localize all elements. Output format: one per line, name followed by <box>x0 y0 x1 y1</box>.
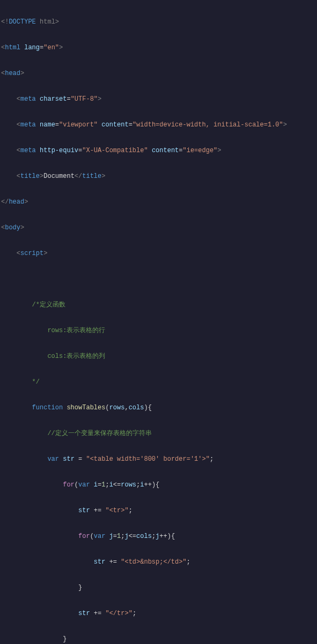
code-line: <meta http-equiv="X-UA-Compatible" conte… <box>1 143 317 159</box>
code-line: /*定义函数 <box>1 297 317 313</box>
code-line: } <box>1 580 317 596</box>
code-line: var str = "<table width='800' border='1'… <box>1 451 317 467</box>
code-line: <!DOCTYPE html> <box>1 14 317 30</box>
code-line: </head> <box>1 194 317 210</box>
code-line: <html lang="en"> <box>1 40 317 56</box>
code-line: cols:表示表格的列 <box>1 348 317 364</box>
code-line: <meta charset="UTF-8"> <box>1 91 317 107</box>
code-line: <body> <box>1 220 317 236</box>
code-editor-content: <!DOCTYPE html> <html lang="en"> <head> … <box>0 0 317 644</box>
code-line: */ <box>1 374 317 390</box>
code-line: } <box>1 631 317 644</box>
code-line: for(var j=1;j<=cols;j++){ <box>1 528 317 544</box>
code-line: str += "<tr>"; <box>1 503 317 519</box>
code-line: for(var i=1;i<=rows;i++){ <box>1 477 317 493</box>
code-line: <script> <box>1 245 317 261</box>
code-line: str += "</tr>"; <box>1 605 317 621</box>
code-line: //定义一个变量来保存表格的字符串 <box>1 425 317 441</box>
code-line: function showTables(rows,cols){ <box>1 400 317 416</box>
code-line: <head> <box>1 65 317 81</box>
code-line: rows:表示表格的行 <box>1 323 317 339</box>
code-line: <title>Document</title> <box>1 168 317 184</box>
code-line: str += "<td>&nbsp;</td>"; <box>1 554 317 570</box>
code-line <box>1 271 317 287</box>
code-line: <meta name="viewport" content="width=dev… <box>1 117 317 133</box>
